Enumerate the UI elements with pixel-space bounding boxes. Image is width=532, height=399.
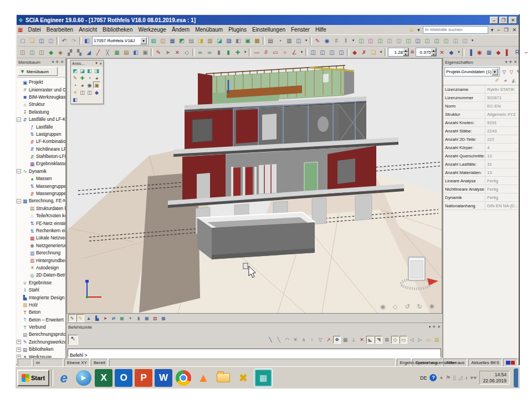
menu-item[interactable]: Einstellungen: [249, 26, 288, 33]
tree-item-lf-kombinationen[interactable]: ⇵ LF-Kombinationen: [17, 138, 65, 145]
tree-expander-icon[interactable]: [24, 236, 28, 241]
zoom-tool-icon[interactable]: ◉: [378, 302, 387, 311]
dropdown-arrow-icon[interactable]: ▾: [378, 48, 383, 57]
truss-tool-icon[interactable]: ◈: [56, 48, 65, 57]
property-row[interactable]: Nationalanhang DIN EN NA (D...: [443, 202, 519, 210]
menu-item[interactable]: Ansicht: [76, 26, 100, 33]
tree-item-massengruppen[interactable]: ⇅ Massengruppen: [17, 182, 65, 190]
render-window-icon[interactable]: ◫: [86, 89, 93, 96]
toolbar-icon[interactable]: [151, 48, 153, 57]
column-view-icon[interactable]: ▮: [135, 314, 142, 322]
snap-right-icon[interactable]: ▷: [416, 336, 424, 344]
document-icon[interactable]: ▥: [285, 36, 294, 45]
snap-peak-icon[interactable]: ∧: [300, 336, 308, 344]
tree-item-rechenkern[interactable]: ⇅ Rechenkern einstelle: [17, 227, 65, 234]
menu-item[interactable]: Datei: [25, 26, 43, 33]
tree-expander-icon[interactable]: –: [17, 117, 21, 122]
table-view-icon[interactable]: ▦: [160, 314, 167, 322]
grid-view-icon[interactable]: ▦: [143, 314, 151, 322]
cube-tool-icon[interactable]: ◇: [391, 302, 400, 311]
child-restore-button[interactable]: ❐: [503, 27, 509, 33]
tray-hearts-icon[interactable]: ♥♥: [470, 375, 477, 381]
brush-icon[interactable]: ✐: [494, 77, 500, 84]
snap-delete-icon[interactable]: ✕: [291, 336, 299, 344]
bks-flag-icon[interactable]: [503, 359, 518, 367]
document-system-icon[interactable]: ▦: [18, 27, 23, 33]
surface-icon[interactable]: ◩: [177, 36, 186, 45]
view-top-icon[interactable]: ◩: [71, 67, 79, 74]
property-row[interactable]: Lineare Analyse Fertig: [443, 177, 519, 185]
snap-cursor-icon[interactable]: ❖: [333, 336, 341, 344]
taskbar-chrome[interactable]: [176, 370, 191, 386]
tree-expander-icon[interactable]: [24, 140, 28, 144]
zoom-window-icon[interactable]: ◔: [71, 81, 79, 89]
clipboard-window-icon[interactable]: ◫: [309, 48, 318, 57]
reset-scale-icon[interactable]: ✕: [437, 48, 446, 57]
property-row[interactable]: Nichtlineare Analyse Fertig: [443, 185, 519, 193]
nav-settings-icon[interactable]: ✱: [427, 302, 436, 311]
tree-expander-icon[interactable]: [17, 332, 21, 337]
redline-icon[interactable]: ✎: [313, 36, 322, 45]
tree-expander-icon[interactable]: [17, 310, 21, 315]
language-indicator[interactable]: DE: [420, 375, 427, 381]
clock[interactable]: 14:54 22.06.2019: [479, 371, 510, 385]
tree-expander-icon[interactable]: [17, 295, 21, 300]
snap-perp-icon[interactable]: ⊥: [350, 336, 357, 344]
tree-item-massengruppen-kon[interactable]: ⇵ Massengruppen-Kon: [17, 190, 65, 197]
tree-item-bibliotheken[interactable]: + ▤ Bibliotheken: [17, 346, 65, 353]
draw-circle-icon[interactable]: ○: [280, 48, 289, 57]
tree-item-projekt[interactable]: ▣ Projekt: [17, 79, 65, 86]
combo-dropdown-icon[interactable]: ▾: [140, 37, 147, 44]
tree-expander-icon[interactable]: [24, 265, 28, 270]
view-window-icon[interactable]: ◫: [404, 36, 413, 45]
taskbar-internet-explorer[interactable]: e: [55, 369, 73, 387]
webhelp-search-input[interactable]: [423, 26, 488, 34]
node-tool-icon[interactable]: ◆: [47, 48, 55, 57]
toolbar-icon[interactable]: [249, 48, 251, 57]
property-row[interactable]: Norm EC-EN: [443, 102, 519, 110]
tree-expander-icon[interactable]: [24, 147, 28, 151]
property-row[interactable]: Lizenznummer 502671: [443, 94, 519, 102]
delete-icon[interactable]: ✕: [173, 48, 182, 57]
result-tool-icon[interactable]: ◆: [494, 48, 503, 57]
feedback-smiley-icon[interactable]: ☺: [409, 27, 415, 33]
taskbar-scia-engineer[interactable]: ▦: [254, 369, 272, 387]
tree-expander-icon[interactable]: [17, 80, 21, 85]
close-icon[interactable]: ✕: [514, 60, 517, 64]
print-icon[interactable]: ▤: [266, 36, 275, 45]
tree-expander-icon[interactable]: [24, 125, 28, 129]
view-settings-icon[interactable]: ◆: [93, 89, 100, 96]
print-preview-icon[interactable]: ◔: [275, 36, 284, 45]
storey-icon[interactable]: ▥: [206, 36, 214, 45]
tree-item-netzgenerierung[interactable]: ◉ Netzgenerierung: [17, 242, 65, 249]
save-all-icon[interactable]: ◫: [47, 36, 55, 45]
zoom-plus-icon[interactable]: ✚: [79, 74, 86, 81]
view-window-icon[interactable]: ◫: [432, 36, 441, 45]
tree-expander-icon[interactable]: [24, 221, 28, 226]
rotate-right-icon[interactable]: ↻: [415, 302, 424, 311]
taskbar-file-explorer[interactable]: [214, 369, 232, 387]
tree-expander-icon[interactable]: [24, 206, 28, 211]
property-row[interactable]: Anzahl 2D-Teile: 222: [443, 135, 519, 144]
tree-expander-icon[interactable]: [24, 214, 28, 218]
status-toggle[interactable]: Cursorfang einstellen: [412, 359, 442, 367]
snap-edge-icon[interactable]: ▭: [400, 336, 407, 344]
view-window-icon[interactable]: ◫: [395, 36, 403, 45]
tree-item-dynamik[interactable]: – ∿ Dynamik: [17, 168, 65, 175]
result-tool-icon[interactable]: ▦: [484, 48, 493, 57]
zoom-out-icon[interactable]: ◕: [93, 74, 100, 81]
link-icon[interactable]: ∞: [196, 48, 204, 57]
zoom-selection-icon[interactable]: ◉: [86, 81, 93, 89]
result-tool-icon[interactable]: R: [513, 48, 521, 57]
view-side-icon[interactable]: ◧: [86, 67, 93, 74]
taskbar-citrix[interactable]: ✖: [234, 369, 252, 387]
check-icon[interactable]: ▩: [253, 36, 262, 45]
dropdown-arrow-icon[interactable]: ▾: [470, 36, 475, 45]
tree-expander-icon[interactable]: [24, 251, 28, 255]
tray-expand-icon[interactable]: ∗: [439, 376, 443, 380]
tree-expander-icon[interactable]: –: [17, 199, 21, 203]
view-params-icon[interactable]: ◧: [71, 96, 79, 103]
grid-icon[interactable]: ◨: [196, 36, 205, 45]
scale2-spinner[interactable]: ▲▼: [431, 48, 436, 56]
property-row[interactable]: Anzahl Lastfälle: 31: [443, 160, 519, 168]
